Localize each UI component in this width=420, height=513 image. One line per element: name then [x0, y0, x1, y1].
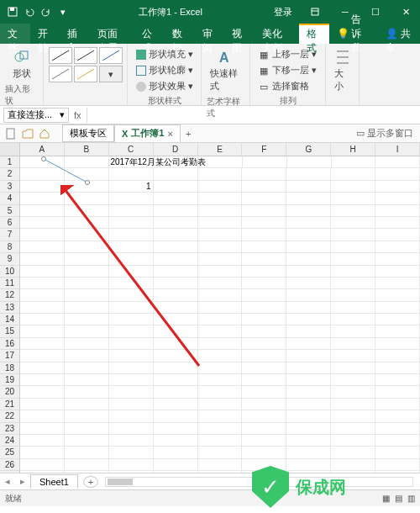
ribbon-options-icon[interactable]	[301, 0, 329, 24]
cell[interactable]	[20, 423, 65, 434]
cell[interactable]	[198, 447, 243, 457]
row-header[interactable]: 18	[0, 362, 19, 374]
row-header[interactable]: 3	[0, 181, 19, 193]
tab-home[interactable]: 开始	[30, 24, 60, 44]
cell[interactable]	[286, 302, 331, 313]
select-all-corner[interactable]	[0, 143, 19, 156]
tab-file[interactable]: 文件	[0, 24, 30, 44]
cell[interactable]	[242, 168, 286, 179]
tab-review[interactable]: 审阅	[195, 24, 225, 44]
cell[interactable]	[242, 229, 286, 240]
cell[interactable]	[286, 386, 331, 397]
cell[interactable]	[375, 374, 420, 385]
row-header[interactable]: 27	[0, 471, 19, 473]
cell[interactable]	[286, 278, 331, 288]
cell[interactable]	[242, 266, 286, 277]
fx-icon[interactable]: fx	[69, 110, 87, 120]
shapes-gallery-button[interactable]: 形状	[9, 47, 34, 82]
cell[interactable]	[20, 399, 65, 410]
cell[interactable]	[331, 447, 375, 457]
row-header[interactable]: 2	[0, 168, 19, 180]
cell[interactable]	[154, 447, 198, 457]
cell[interactable]	[65, 423, 109, 434]
cell[interactable]	[331, 241, 375, 252]
multi-window-toggle[interactable]: ▭ 显示多窗口	[349, 127, 420, 140]
cell[interactable]	[375, 325, 420, 336]
row-header[interactable]: 12	[0, 289, 19, 301]
cell[interactable]	[331, 181, 375, 192]
cell[interactable]	[286, 350, 331, 361]
row-header[interactable]: 24	[0, 435, 19, 447]
cell[interactable]	[20, 338, 65, 349]
cell[interactable]	[286, 374, 331, 385]
tab-data[interactable]: 数据	[165, 24, 195, 44]
cell[interactable]	[375, 362, 420, 373]
bring-forward-button[interactable]: ▦上移一层 ▾	[258, 47, 318, 61]
cell[interactable]	[286, 229, 331, 240]
cell[interactable]	[375, 181, 420, 192]
column-header[interactable]: F	[242, 143, 286, 156]
row-header[interactable]: 15	[0, 325, 19, 337]
cell[interactable]	[20, 302, 65, 313]
cell[interactable]	[198, 423, 243, 434]
cell[interactable]	[331, 362, 375, 373]
cell[interactable]	[286, 362, 331, 373]
template-tab[interactable]: 模板专区	[62, 124, 114, 142]
tell-me[interactable]: 💡告诉我	[329, 24, 377, 44]
cell[interactable]	[375, 168, 420, 179]
cell[interactable]	[242, 253, 286, 264]
row-header[interactable]: 5	[0, 205, 19, 217]
cell[interactable]	[286, 253, 331, 264]
cell[interactable]	[286, 314, 331, 325]
cell[interactable]	[331, 193, 375, 204]
cell[interactable]	[20, 350, 65, 361]
cell[interactable]	[242, 338, 286, 349]
cell[interactable]	[154, 374, 198, 385]
close-tab-icon[interactable]: ×	[167, 129, 172, 139]
cell[interactable]	[331, 289, 375, 300]
cell[interactable]	[20, 278, 65, 288]
cell[interactable]	[198, 374, 243, 385]
cell[interactable]	[65, 447, 109, 457]
cell[interactable]	[243, 156, 287, 167]
cell[interactable]	[20, 314, 65, 325]
cell[interactable]	[109, 410, 154, 421]
cell[interactable]	[20, 325, 65, 336]
workbook-tab[interactable]: X工作簿1×	[114, 124, 181, 142]
home-icon[interactable]	[39, 128, 50, 140]
cell[interactable]	[20, 229, 65, 240]
cell[interactable]	[242, 374, 286, 385]
cell[interactable]	[331, 350, 375, 361]
cell[interactable]	[331, 168, 375, 179]
row-header[interactable]: 1	[0, 156, 19, 168]
tab-formulas[interactable]: 公式	[134, 24, 165, 44]
cell[interactable]	[198, 181, 243, 192]
selection-pane-button[interactable]: ▭选择窗格	[258, 79, 311, 93]
new-file-icon[interactable]	[5, 128, 17, 140]
cell[interactable]	[286, 423, 331, 434]
cell[interactable]	[198, 229, 243, 240]
cell[interactable]	[331, 410, 375, 421]
cell[interactable]	[331, 205, 375, 216]
row-header[interactable]: 23	[0, 423, 19, 435]
chevron-down-icon[interactable]: ▾	[57, 6, 69, 18]
row-header[interactable]: 17	[0, 350, 19, 362]
cell[interactable]	[286, 447, 331, 457]
cell[interactable]	[198, 399, 243, 410]
cell[interactable]	[109, 374, 154, 385]
cell[interactable]	[286, 181, 331, 192]
cell[interactable]	[242, 423, 286, 434]
cell[interactable]	[20, 410, 65, 421]
row-header[interactable]: 21	[0, 399, 19, 410]
shape-lines-gallery[interactable]: ▾	[49, 47, 123, 82]
cell[interactable]	[375, 266, 420, 277]
cell[interactable]	[198, 350, 243, 361]
cell[interactable]	[331, 314, 375, 325]
cell[interactable]	[375, 399, 420, 410]
cell[interactable]	[198, 278, 243, 288]
cell[interactable]	[286, 205, 331, 216]
folder-icon[interactable]	[22, 128, 34, 140]
cell[interactable]	[331, 325, 375, 336]
cell[interactable]	[155, 156, 199, 167]
cell[interactable]	[331, 278, 375, 288]
